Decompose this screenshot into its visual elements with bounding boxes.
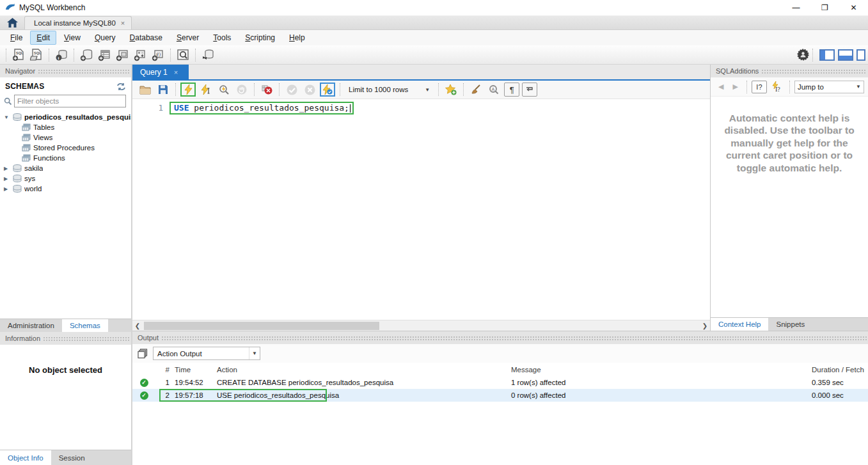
sql-statement-highlight: USE periodicos_resultados_pesquisa;: [170, 102, 354, 114]
toggle-left-sidebar-icon[interactable]: [819, 49, 835, 61]
menu-scripting[interactable]: Scripting: [239, 31, 281, 45]
auto-help-toggle-icon[interactable]: I?: [768, 81, 785, 93]
back-icon[interactable]: ◀: [714, 83, 727, 91]
new-sql-tab-icon[interactable]: SQL: [10, 47, 27, 63]
toggle-right-sidebar-icon[interactable]: [856, 49, 865, 61]
help-panel-tabs: Context HelpSnippets: [711, 317, 868, 331]
jump-to-dropdown[interactable]: Jump to ▼: [794, 81, 864, 93]
create-schema-icon[interactable]: [78, 47, 95, 63]
limit-rows-dropdown[interactable]: Limit to 1000 rows ▼: [345, 84, 434, 95]
output-row[interactable]: ✓219:57:18USE periodicos_resultados_pesq…: [132, 389, 868, 402]
jump-to-label: Jump to: [798, 83, 824, 91]
tree-item-stored-procedures[interactable]: Stored Procedures: [0, 143, 131, 153]
stop-icon[interactable]: [234, 83, 249, 97]
close-button[interactable]: ✕: [839, 0, 868, 15]
save-script-icon[interactable]: [155, 83, 171, 97]
open-sql-script-icon[interactable]: SQL: [28, 47, 45, 63]
connection-tab-close-icon[interactable]: ×: [121, 19, 125, 27]
menu-tools[interactable]: Tools: [207, 31, 237, 45]
rollback-icon[interactable]: [302, 83, 317, 97]
find-icon[interactable]: A: [486, 83, 501, 97]
commit-icon[interactable]: [284, 83, 299, 97]
query-tab[interactable]: Query 1 ×: [132, 65, 189, 79]
sql-additions-header: SQLAdditions: [711, 65, 868, 77]
scroll-left-icon[interactable]: ❮: [132, 322, 143, 329]
menu-help[interactable]: Help: [283, 31, 312, 45]
connection-tab[interactable]: Local instance MySQL80 ×: [24, 16, 132, 29]
sql-additions-toolbar: ◀ ▶ I? I? Jump to ▼: [711, 77, 868, 97]
sql-code-editor[interactable]: 1 USE periodicos_resultados_pesquisa;: [132, 99, 710, 320]
context-help-icon[interactable]: I?: [752, 81, 767, 93]
tab-administration[interactable]: Administration: [0, 319, 62, 332]
tree-item-tables[interactable]: Tables: [0, 122, 131, 132]
horizontal-scrollbar[interactable]: ❮ ❯: [132, 320, 710, 331]
stop-on-error-icon[interactable]: [259, 83, 274, 97]
explain-icon[interactable]: [216, 83, 232, 97]
minimize-button[interactable]: —: [782, 0, 810, 15]
svg-text:i: i: [58, 56, 59, 61]
menu-file[interactable]: File: [4, 31, 29, 45]
line-number: 1: [158, 103, 163, 113]
sql-additions-header-label: SQLAdditions: [716, 67, 759, 75]
tree-item-functions[interactable]: Functions: [0, 153, 131, 163]
tab-schemas[interactable]: Schemas: [62, 319, 108, 332]
tab-session[interactable]: Session: [51, 450, 93, 465]
new-snippet-icon[interactable]: [443, 83, 459, 97]
chevron-collapsed-icon[interactable]: ▶: [4, 186, 10, 192]
output-header-label: Output: [138, 334, 159, 342]
tab-snippets[interactable]: Snippets: [768, 318, 812, 331]
tree-item-world[interactable]: ▶world: [0, 184, 131, 194]
autocommit-icon[interactable]: [320, 83, 335, 97]
scroll-right-icon[interactable]: ❯: [700, 322, 710, 329]
inspector-icon[interactable]: i: [53, 47, 70, 63]
menu-query[interactable]: Query: [88, 31, 122, 45]
filter-objects-input[interactable]: [14, 95, 126, 107]
svg-text:f(): f(): [156, 51, 161, 57]
menu-database[interactable]: Database: [123, 31, 169, 45]
scrollbar-thumb[interactable]: [144, 322, 379, 330]
text-caret: [350, 104, 351, 113]
svg-text:A: A: [492, 87, 495, 91]
tab-context-help[interactable]: Context Help: [711, 318, 768, 331]
information-header-label: Information: [5, 335, 40, 342]
restore-button[interactable]: ❐: [810, 0, 839, 15]
search-data-icon[interactable]: [175, 47, 191, 63]
menu-server[interactable]: Server: [170, 31, 205, 45]
create-function-icon[interactable]: f(): [150, 47, 166, 63]
output-col-time: Time: [172, 366, 214, 374]
output-header: Output: [132, 331, 868, 344]
navigator-bottom-tabs: AdministrationSchemas: [0, 319, 131, 332]
invisibles-icon[interactable]: ¶: [504, 83, 519, 97]
create-view-icon[interactable]: [114, 47, 130, 63]
chevron-collapsed-icon[interactable]: ▶: [4, 166, 10, 171]
chevron-expanded-icon[interactable]: ▼: [4, 114, 10, 120]
create-table-icon[interactable]: [96, 47, 113, 63]
menu-edit[interactable]: Edit: [30, 31, 56, 45]
reconnect-dbms-icon[interactable]: [200, 47, 216, 63]
refresh-icon[interactable]: [116, 83, 126, 91]
sql-editor-toolbar: Limit to 1000 rows ▼ A ¶: [132, 81, 710, 99]
tree-item-views[interactable]: Views: [0, 132, 131, 143]
execute-current-icon[interactable]: [198, 83, 214, 97]
forward-icon[interactable]: ▶: [729, 83, 741, 91]
query-tab-close-icon[interactable]: ×: [174, 68, 178, 76]
toggle-bottom-panel-icon[interactable]: [838, 49, 853, 61]
create-procedure-icon[interactable]: [132, 47, 148, 63]
context-help-message: Automatic context help is disabled. Use …: [711, 97, 868, 317]
chevron-collapsed-icon[interactable]: ▶: [4, 176, 10, 182]
tree-item-periodicos-resultados-pesquisa[interactable]: ▼periodicos_resultados_pesquisa: [0, 112, 131, 122]
output-toolbar: Action Output ▼: [132, 344, 868, 363]
tree-item-sys[interactable]: ▶sys: [0, 173, 131, 184]
menu-view[interactable]: View: [58, 31, 87, 45]
output-row[interactable]: ✓119:54:52CREATE DATABASE periodicos_res…: [132, 376, 868, 389]
execute-icon[interactable]: [180, 83, 196, 97]
output-view-selector[interactable]: Action Output ▼: [153, 347, 260, 360]
tree-item-sakila[interactable]: ▶sakila: [0, 163, 131, 173]
wrap-icon[interactable]: [522, 83, 537, 97]
preferences-icon[interactable]: [797, 49, 809, 61]
beautify-icon[interactable]: [468, 83, 484, 97]
tab-object-info[interactable]: Object Info: [0, 450, 51, 465]
schema-tree: ▼periodicos_resultados_pesquisaTablesVie…: [0, 110, 131, 194]
home-tab[interactable]: [0, 16, 24, 29]
open-script-icon[interactable]: [138, 83, 153, 97]
